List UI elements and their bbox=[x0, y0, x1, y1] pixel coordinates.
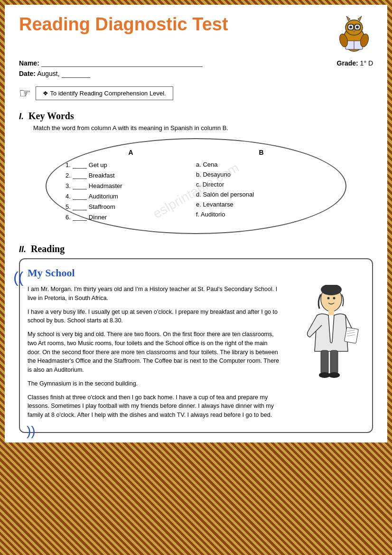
svg-marker-3 bbox=[358, 16, 362, 21]
svg-point-18 bbox=[327, 297, 330, 300]
column-a: A 1. Get up 2. Breakfast bbox=[65, 149, 196, 224]
section-2-heading: Reading bbox=[31, 244, 65, 254]
matching-columns: A 1. Get up 2. Breakfast bbox=[65, 149, 327, 224]
list-item: f. Auditorio bbox=[196, 211, 327, 218]
name-field[interactable] bbox=[41, 59, 203, 67]
matching-oval: A 1. Get up 2. Breakfast bbox=[46, 138, 346, 234]
paragraph-2: I have a very busy life. I usually get u… bbox=[28, 308, 281, 326]
name-line: Name: bbox=[19, 59, 203, 67]
reading-illustration bbox=[289, 285, 364, 424]
svg-point-6 bbox=[349, 26, 352, 28]
list-item: 4. Auditorium bbox=[65, 192, 196, 200]
date-field[interactable] bbox=[62, 70, 90, 78]
list-item: e. Levantarse bbox=[196, 201, 327, 208]
my-school-box: )) My School I am Mr. Morgan. I'm thirty… bbox=[19, 258, 373, 433]
page-content: Reading Diagnostic Test bbox=[5, 5, 387, 442]
paragraph-1: I am Mr. Morgan. I'm thirty years old an… bbox=[28, 285, 281, 303]
svg-rect-25 bbox=[321, 350, 328, 374]
grade-value: 1° D bbox=[360, 59, 373, 67]
column-b: B a. Cena b. Desayuno c. Director bbox=[196, 149, 327, 224]
section-1-roman: I. bbox=[19, 112, 24, 122]
list-item: 3. Headmaster bbox=[65, 182, 196, 189]
name-label: Name: bbox=[19, 59, 39, 67]
objective-bullet: ❖ bbox=[43, 90, 48, 97]
date-row: Date: August, bbox=[19, 70, 373, 78]
svg-rect-20 bbox=[328, 310, 334, 315]
section-1-heading: Key Words bbox=[28, 111, 74, 122]
list-item: 5. Staffroom bbox=[65, 203, 196, 210]
svg-point-19 bbox=[333, 297, 336, 300]
list-item: b. Desayuno bbox=[196, 171, 327, 178]
paragraph-3: My school is very big and old. There are… bbox=[28, 330, 281, 375]
list-item: 2. Breakfast bbox=[65, 171, 196, 179]
list-item: 1. Get up bbox=[65, 161, 196, 169]
page-header: Reading Diagnostic Test bbox=[19, 14, 373, 54]
col-a-header: A bbox=[65, 149, 196, 156]
list-item: c. Director bbox=[196, 181, 327, 188]
title-area: Reading Diagnostic Test bbox=[19, 14, 228, 35]
page-title: Reading Diagnostic Test bbox=[19, 14, 228, 35]
section-2-title: II. Reading bbox=[19, 244, 373, 254]
reading-content: I am Mr. Morgan. I'm thirty years old an… bbox=[28, 285, 364, 424]
hand-pointer-icon: ☞ bbox=[19, 85, 31, 101]
section-2: II. Reading )) My School I am Mr. Morgan… bbox=[19, 244, 373, 433]
reading-text: I am Mr. Morgan. I'm thirty years old an… bbox=[28, 285, 281, 424]
section-1-title: I. Key Words bbox=[19, 111, 373, 122]
owl-icon bbox=[335, 14, 373, 54]
director-text: c. Director bbox=[196, 181, 224, 188]
teacher-figure-icon bbox=[293, 285, 360, 399]
objective-area: ☞ ❖ To identify Reading Comprehension Le… bbox=[19, 85, 373, 101]
page-border: Reading Diagnostic Test bbox=[0, 0, 392, 555]
col-b-header: B bbox=[196, 149, 327, 156]
list-item: a. Cena bbox=[196, 161, 327, 168]
section-1: I. Key Words Match the word from column … bbox=[19, 111, 373, 244]
date-label: Date: bbox=[19, 70, 36, 77]
objective-text: To identify Reading Comprehension Level. bbox=[50, 90, 166, 97]
date-prefix: August, bbox=[37, 70, 59, 77]
section-1-instruction: Match the word from column A with its me… bbox=[33, 124, 373, 132]
svg-marker-2 bbox=[346, 16, 350, 21]
my-school-title: My School bbox=[28, 267, 364, 279]
list-item: d. Salón del personal bbox=[196, 191, 327, 198]
grade-label: Grade: bbox=[337, 59, 358, 67]
matching-area: eslprintable.com A 1. Get up 2. bbox=[19, 138, 373, 244]
grade-area: Grade: 1° D bbox=[337, 59, 373, 67]
svg-rect-26 bbox=[330, 350, 338, 374]
name-grade-row: Name: Grade: 1° D bbox=[19, 59, 373, 67]
paragraph-5: Classes finish at three o'clock and then… bbox=[28, 393, 281, 420]
list-item: 6. Dinner bbox=[65, 213, 196, 221]
objective-box: ❖ To identify Reading Comprehension Leve… bbox=[36, 86, 173, 100]
scroll-decoration-left: )) bbox=[13, 269, 23, 286]
paragraph-4: The Gymnasium is in the second building. bbox=[28, 379, 281, 388]
svg-point-28 bbox=[328, 372, 340, 378]
scroll-decoration-bottom: )) bbox=[27, 423, 36, 439]
section-2-roman: II. bbox=[19, 245, 26, 254]
svg-point-7 bbox=[356, 26, 359, 28]
